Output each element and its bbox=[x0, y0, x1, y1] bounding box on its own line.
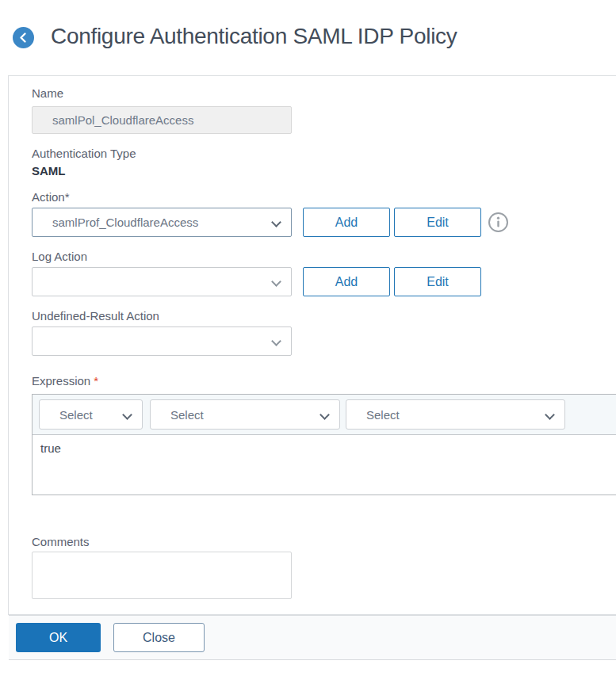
action-label: Action* bbox=[32, 190, 616, 204]
page-title: Configure Authentication SAML IDP Policy bbox=[51, 24, 457, 49]
action-info-button[interactable] bbox=[488, 212, 509, 233]
action-add-button[interactable]: Add bbox=[303, 208, 390, 237]
authentication-type-label: Authentication Type bbox=[32, 147, 616, 161]
expression-operand-select-3-value: Select bbox=[366, 408, 400, 422]
comments-input[interactable] bbox=[32, 552, 292, 599]
expression-operand-select-1-value: Select bbox=[59, 408, 93, 422]
undefined-result-action-select[interactable] bbox=[32, 326, 292, 356]
expression-operand-select-1[interactable]: Select bbox=[39, 399, 143, 430]
name-label: Name bbox=[32, 86, 616, 101]
expression-operand-select-2-value: Select bbox=[170, 408, 204, 422]
expression-operand-select-3[interactable]: Select bbox=[346, 399, 565, 430]
name-input bbox=[32, 106, 292, 134]
required-asterisk: * bbox=[94, 374, 98, 388]
close-button[interactable]: Close bbox=[113, 623, 205, 652]
chevron-down-icon bbox=[319, 410, 330, 420]
dialog-header: Configure Authentication SAML IDP Policy bbox=[0, 0, 616, 75]
ok-button[interactable]: OK bbox=[16, 623, 101, 652]
chevron-down-icon bbox=[271, 277, 281, 287]
chevron-down-icon bbox=[122, 410, 132, 420]
expression-toolbar: Select Select Select bbox=[33, 395, 616, 435]
undefined-result-action-label: Undefined-Result Action bbox=[32, 309, 616, 323]
expression-label-text: Expression bbox=[32, 374, 90, 388]
expression-editor: Select Select Select true bbox=[32, 394, 616, 495]
action-select-value: samlProf_CloudflareAccess bbox=[52, 216, 198, 229]
action-edit-button[interactable]: Edit bbox=[394, 208, 481, 237]
comments-label: Comments bbox=[32, 535, 616, 549]
arrow-left-icon bbox=[17, 32, 29, 44]
footer-bar: OK Close bbox=[9, 615, 616, 660]
log-action-select[interactable] bbox=[32, 267, 292, 296]
configure-saml-idp-policy-dialog: Configure Authentication SAML IDP Policy… bbox=[0, 0, 616, 695]
log-action-add-button[interactable]: Add bbox=[303, 267, 390, 296]
chevron-down-icon bbox=[271, 217, 281, 227]
authentication-type-value: SAML bbox=[32, 164, 616, 178]
log-action-edit-button[interactable]: Edit bbox=[394, 267, 481, 296]
action-select[interactable]: samlProf_CloudflareAccess bbox=[32, 208, 292, 237]
info-icon bbox=[488, 212, 509, 233]
log-action-label: Log Action bbox=[32, 250, 616, 264]
back-button[interactable] bbox=[13, 27, 34, 48]
form-panel: Name Authentication Type SAML Action* sa… bbox=[8, 75, 616, 615]
chevron-down-icon bbox=[271, 336, 281, 346]
expression-label: Expression* bbox=[32, 374, 616, 388]
expression-operand-select-2[interactable]: Select bbox=[150, 399, 340, 430]
expression-input[interactable]: true bbox=[33, 435, 616, 495]
chevron-down-icon bbox=[545, 410, 555, 420]
